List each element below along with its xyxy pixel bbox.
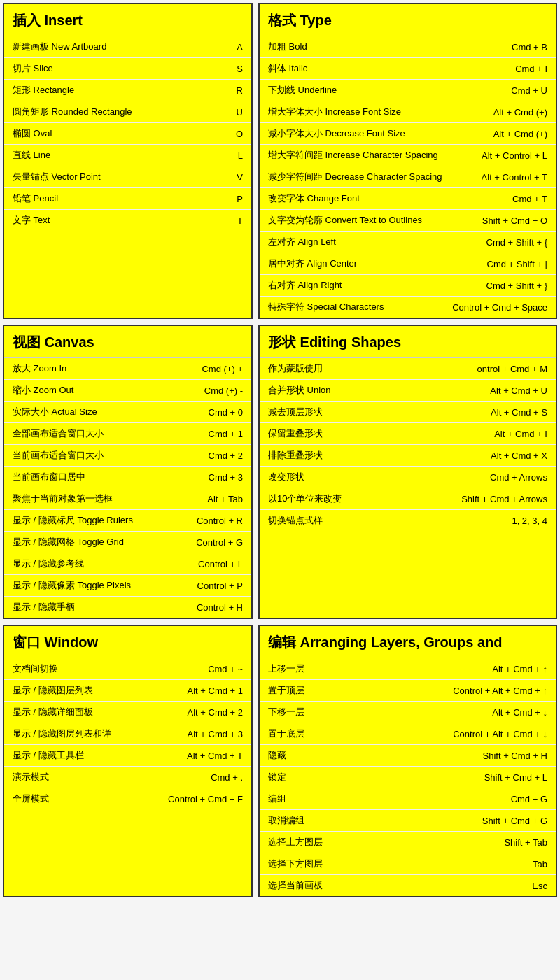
- list-item: 锁定Shift + Cmd + L: [260, 767, 556, 788]
- list-item: 改变字体 Change FontCmd + T: [260, 188, 556, 210]
- insert-title: 插入 Insert: [4, 4, 251, 36]
- window-body: 文档间切换Cmd + ~ 显示 / 隐藏图层列表Alt + Cmd + 1 显示…: [4, 658, 251, 809]
- list-item: 文字变为轮廓 Convert Text to OutlinesShift + C…: [260, 210, 556, 232]
- window-title: 窗口 Window: [4, 626, 251, 658]
- list-item: 排除重叠形状Alt + Cmd + X: [260, 445, 556, 467]
- list-item: 文档间切换Cmd + ~: [4, 658, 251, 680]
- canvas-panel: 视图 Canvas 放大 Zoom InCmd (+) + 缩小 Zoom Ou…: [3, 325, 253, 619]
- list-item: 矩形 RectangleR: [4, 80, 251, 101]
- list-item: 增大字体大小 Increase Font SizeAlt + Cmd (+): [260, 101, 556, 123]
- list-item: 右对齐 Align RightCmd + Shift + }: [260, 275, 556, 297]
- list-item: 矢量锚点 Vector PointV: [4, 166, 251, 188]
- list-item: 切换锚点式样1, 2, 3, 4: [260, 510, 556, 531]
- list-item: 上移一层Alt + Cmd + ↑: [260, 658, 556, 680]
- list-item: 选择下方图层Tab: [260, 853, 556, 875]
- page: 插入 Insert 新建画板 New ArtboardA 切片 SliceS 矩…: [0, 0, 560, 900]
- list-item: 编组Cmd + G: [260, 788, 556, 810]
- list-item: 圆角矩形 Rounded RectangleU: [4, 101, 251, 123]
- list-item: 椭圆 OvalO: [4, 123, 251, 145]
- list-item: 显示 / 隐藏详细面板Alt + Cmd + 2: [4, 702, 251, 723]
- list-item: 减去顶层形状Alt + Cmd + S: [260, 402, 556, 423]
- canvas-body: 放大 Zoom InCmd (+) + 缩小 Zoom OutCmd (+) -…: [4, 358, 251, 618]
- list-item: 切片 SliceS: [4, 58, 251, 80]
- list-item: 作为蒙版使用ontrol + Cmd + M: [260, 358, 556, 380]
- arranging-body: 上移一层Alt + Cmd + ↑ 置于顶层Control + Alt + Cm…: [260, 658, 556, 896]
- type-panel: 格式 Type 加粗 BoldCmd + B 斜体 ItalicCmd + I …: [258, 3, 557, 319]
- list-item: 减小字体大小 Decrease Font SizeAlt + Cmd (+): [260, 123, 556, 145]
- list-item: 演示模式Cmd + .: [4, 767, 251, 788]
- list-item: 显示 / 隐藏手柄Control + H: [4, 597, 251, 618]
- list-item: 实际大小 Actual SizeCmd + 0: [4, 402, 251, 423]
- list-item: 隐藏Shift + Cmd + H: [260, 745, 556, 767]
- editing-shapes-panel: 形状 Editing Shapes 作为蒙版使用ontrol + Cmd + M…: [258, 325, 557, 619]
- list-item: 斜体 ItalicCmd + I: [260, 58, 556, 80]
- list-item: 左对齐 Align LeftCmd + Shift + {: [260, 232, 556, 253]
- row-2: 视图 Canvas 放大 Zoom InCmd (+) + 缩小 Zoom Ou…: [0, 322, 560, 622]
- list-item: 以10个单位来改变Shift + Cmd + Arrows: [260, 488, 556, 510]
- list-item: 选择当前画板Esc: [260, 875, 556, 896]
- list-item: 加粗 BoldCmd + B: [260, 36, 556, 58]
- list-item: 置于底层Control + Alt + Cmd + ↓: [260, 723, 556, 745]
- list-item: 当前画布窗口居中Cmd + 3: [4, 467, 251, 488]
- list-item: 增大字符间距 Increase Character SpacingAlt + C…: [260, 145, 556, 166]
- list-item: 新建画板 New ArtboardA: [4, 36, 251, 58]
- arranging-panel: 编辑 Arranging Layers, Groups and 上移一层Alt …: [258, 625, 557, 897]
- insert-panel: 插入 Insert 新建画板 New ArtboardA 切片 SliceS 矩…: [3, 3, 253, 319]
- list-item: 显示 / 隐藏网格 Toggle GridControl + G: [4, 532, 251, 553]
- editing-shapes-title: 形状 Editing Shapes: [260, 326, 556, 358]
- list-item: 改变形状Cmd + Arrows: [260, 467, 556, 488]
- list-item: 置于顶层Control + Alt + Cmd + ↑: [260, 680, 556, 702]
- arranging-title: 编辑 Arranging Layers, Groups and: [260, 626, 556, 658]
- list-item: 下移一层Alt + Cmd + ↓: [260, 702, 556, 723]
- list-item: 特殊字符 Special CharactersControl + Cmd + S…: [260, 297, 556, 318]
- type-body: 加粗 BoldCmd + B 斜体 ItalicCmd + I 下划线 Unde…: [260, 36, 556, 318]
- type-title: 格式 Type: [260, 4, 556, 36]
- list-item: 放大 Zoom InCmd (+) +: [4, 358, 251, 380]
- list-item: 当前画布适合窗口大小Cmd + 2: [4, 445, 251, 467]
- list-item: 居中对齐 Align CenterCmd + Shift + |: [260, 253, 556, 275]
- list-item: 缩小 Zoom OutCmd (+) -: [4, 380, 251, 402]
- list-item: 合并形状 UnionAlt + Cmd + U: [260, 380, 556, 402]
- window-panel: 窗口 Window 文档间切换Cmd + ~ 显示 / 隐藏图层列表Alt + …: [3, 625, 253, 897]
- list-item: 显示 / 隐藏标尺 Toggle RulersControl + R: [4, 510, 251, 532]
- list-item: 文字 TextT: [4, 210, 251, 231]
- row-3: 窗口 Window 文档间切换Cmd + ~ 显示 / 隐藏图层列表Alt + …: [0, 622, 560, 900]
- list-item: 显示 / 隐藏图层列表和详Alt + Cmd + 3: [4, 723, 251, 745]
- canvas-title: 视图 Canvas: [4, 326, 251, 358]
- list-item: 下划线 UnderlineCmd + U: [260, 80, 556, 101]
- insert-body: 新建画板 New ArtboardA 切片 SliceS 矩形 Rectangl…: [4, 36, 251, 231]
- list-item: 显示 / 隐藏图层列表Alt + Cmd + 1: [4, 680, 251, 702]
- list-item: 减少字符间距 Decrease Character SpacingAlt + C…: [260, 166, 556, 188]
- list-item: 显示 / 隐藏像素 Toggle PixelsControl + P: [4, 575, 251, 597]
- list-item: 取消编组Shift + Cmd + G: [260, 810, 556, 832]
- list-item: 选择上方图层Shift + Tab: [260, 832, 556, 853]
- list-item: 铅笔 PencilP: [4, 188, 251, 210]
- row-1: 插入 Insert 新建画板 New ArtboardA 切片 SliceS 矩…: [0, 0, 560, 322]
- list-item: 直线 LineL: [4, 145, 251, 166]
- list-item: 聚焦于当前对象第一选框Alt + Tab: [4, 488, 251, 510]
- list-item: 显示 / 隐藏参考线Control + L: [4, 553, 251, 575]
- list-item: 显示 / 隐藏工具栏Alt + Cmd + T: [4, 745, 251, 767]
- editing-shapes-body: 作为蒙版使用ontrol + Cmd + M 合并形状 UnionAlt + C…: [260, 358, 556, 531]
- list-item: 全部画布适合窗口大小Cmd + 1: [4, 423, 251, 445]
- list-item: 保留重叠形状Alt + Cmd + I: [260, 423, 556, 445]
- list-item: 全屏模式Control + Cmd + F: [4, 788, 251, 809]
